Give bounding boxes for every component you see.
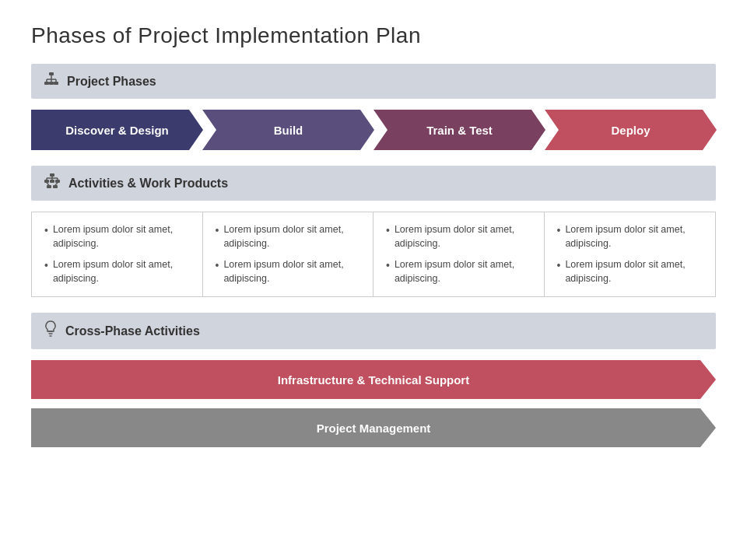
activity-text: Lorem ipsum dolor sit amet, adipiscing. xyxy=(395,258,531,285)
activity-text: Lorem ipsum dolor sit amet, adipiscing. xyxy=(395,223,531,250)
activity-col-1: • Lorem ipsum dolor sit amet, adipiscing… xyxy=(32,212,203,296)
list-item: • Lorem ipsum dolor sit amet, adipiscing… xyxy=(386,258,531,285)
svg-rect-9 xyxy=(50,173,54,177)
phase-arrow-train: Train & Test xyxy=(374,110,545,150)
svg-rect-11 xyxy=(50,180,54,183)
activity-text: Lorem ipsum dolor sit amet, adipiscing. xyxy=(53,258,190,285)
cross-bar-mgmt: Project Management xyxy=(31,408,716,447)
svg-rect-12 xyxy=(55,180,60,183)
cross-phase-header: Cross-Phase Activities xyxy=(31,313,716,349)
svg-rect-2 xyxy=(49,82,54,85)
list-item: • Lorem ipsum dolor sit amet, adipiscing… xyxy=(44,258,190,285)
phase-arrow-deploy: Deploy xyxy=(545,110,717,150)
list-item: • Lorem ipsum dolor sit amet, adipiscing… xyxy=(386,223,531,250)
activity-col-2: • Lorem ipsum dolor sit amet, adipiscing… xyxy=(203,212,374,296)
svg-rect-3 xyxy=(54,82,58,85)
activities-title: Activities & Work Products xyxy=(68,177,228,191)
list-item: • Lorem ipsum dolor sit amet, adipiscing… xyxy=(216,223,361,250)
activity-text: Lorem ipsum dolor sit amet, adipiscing. xyxy=(223,258,360,285)
cross-phase-icon xyxy=(44,320,58,341)
activity-text: Lorem ipsum dolor sit amet, adipiscing. xyxy=(223,223,360,250)
cross-phase-section: Cross-Phase Activities Infrastructure & … xyxy=(31,313,716,447)
svg-rect-10 xyxy=(44,180,49,183)
activity-col-3: • Lorem ipsum dolor sit amet, adipiscing… xyxy=(374,212,545,296)
cross-phase-title: Cross-Phase Activities xyxy=(65,324,200,338)
activities-header: Activities & Work Products xyxy=(31,166,716,201)
bullet-icon: • xyxy=(216,223,219,250)
project-phases-icon xyxy=(44,72,59,91)
activities-grid: • Lorem ipsum dolor sit amet, adipiscing… xyxy=(31,212,716,297)
project-phases-header: Project Phases xyxy=(31,64,716,99)
list-item: • Lorem ipsum dolor sit amet, adipiscing… xyxy=(44,223,190,250)
page-title: Phases of Project Implementation Plan xyxy=(31,23,716,48)
svg-line-20 xyxy=(47,183,49,185)
svg-line-21 xyxy=(55,183,58,185)
list-item: • Lorem ipsum dolor sit amet, adipiscing… xyxy=(557,223,703,250)
bullet-icon: • xyxy=(386,258,390,285)
svg-rect-13 xyxy=(47,185,51,188)
bullet-icon: • xyxy=(557,223,561,250)
bullet-icon: • xyxy=(44,223,48,250)
bullet-icon: • xyxy=(216,258,219,285)
bullet-icon: • xyxy=(557,258,561,285)
activity-text: Lorem ipsum dolor sit amet, adipiscing. xyxy=(53,223,190,250)
activity-text: Lorem ipsum dolor sit amet, adipiscing. xyxy=(565,223,703,250)
svg-rect-0 xyxy=(49,72,54,75)
list-item: • Lorem ipsum dolor sit amet, adipiscing… xyxy=(216,258,361,285)
bullet-icon: • xyxy=(44,258,48,285)
bullet-icon: • xyxy=(386,223,390,250)
activity-text: Lorem ipsum dolor sit amet, adipiscing. xyxy=(565,258,703,285)
cross-phase-bars: Infrastructure & Technical Support Proje… xyxy=(31,360,716,447)
list-item: • Lorem ipsum dolor sit amet, adipiscing… xyxy=(557,258,703,285)
phase-arrow-discover: Discover & Design xyxy=(31,110,203,150)
phases-row: Discover & Design Build Train & Test Dep… xyxy=(31,110,716,150)
svg-rect-1 xyxy=(44,82,49,85)
activity-col-4: • Lorem ipsum dolor sit amet, adipiscing… xyxy=(545,212,716,296)
activities-icon xyxy=(44,173,61,193)
cross-bar-infra: Infrastructure & Technical Support xyxy=(31,360,716,399)
svg-rect-14 xyxy=(53,185,58,188)
project-phases-title: Project Phases xyxy=(67,75,156,89)
phase-arrow-build: Build xyxy=(202,110,374,150)
